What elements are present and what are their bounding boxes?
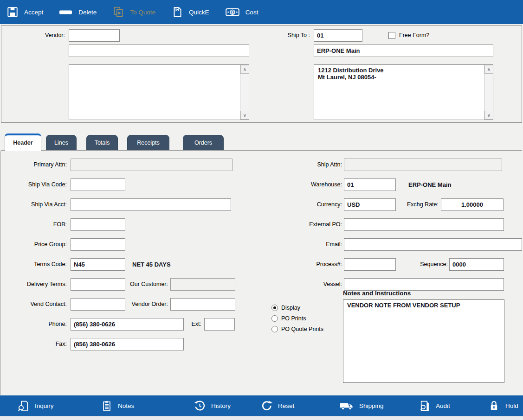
vendor-code-input[interactable] [69,29,120,42]
currency-input[interactable] [344,198,396,211]
cost-button[interactable]: $ Cost [225,6,258,18]
vendor-address-textarea[interactable] [69,65,239,120]
tab-totals[interactable]: Totals [86,135,118,150]
tab-lines[interactable]: Lines [46,135,77,150]
vendor-name-input[interactable] [69,45,249,57]
svg-text:$: $ [231,10,234,15]
phone-input[interactable] [71,318,184,331]
tab-receipts[interactable]: Receipts [127,135,169,150]
hold-label: Hold [505,402,518,409]
dollar-bill-icon: $ [225,6,240,18]
notes-textarea[interactable]: VENDOR NOTE FROM VENDOR SETUP [343,300,504,382]
ext-label: Ext: [185,318,201,331]
vendor-order-label: Vendor Order: [111,298,168,311]
radio-po-prints[interactable]: PO Prints [271,314,306,323]
exchg-rate-label: Exchg Rate: [392,198,439,211]
to-quote-label: To Quote [130,9,155,16]
email-label: Email: [260,238,342,251]
notes-button[interactable]: Notes [101,395,134,416]
ship-via-code-label: Ship Via Code: [0,178,67,191]
tab-header[interactable]: Header [5,134,41,151]
ship-to-address-scrollbar[interactable]: ∧ ∨ [484,65,493,120]
padlock-icon [488,400,500,412]
sequence-input[interactable] [449,258,504,271]
reset-label: Reset [278,402,294,409]
warehouse-label: Warehouse: [260,178,342,191]
vendor-order-input[interactable] [170,298,235,311]
vend-contact-label: Vend Contact: [0,298,67,311]
scroll-down-icon[interactable]: ∨ [484,111,493,120]
scroll-down-icon[interactable]: ∨ [240,111,249,120]
vendor-address-box: ∧ ∨ [69,64,249,120]
inquiry-button[interactable]: Inquiry [18,395,54,416]
fob-input[interactable] [71,218,125,231]
radio-po-quote-prints[interactable]: PO Quote Prints [271,325,323,333]
fob-label: FOB: [0,218,67,231]
copy-to-quote-icon [112,6,124,18]
radio-display[interactable]: Display [271,304,300,312]
ship-to-name-input[interactable] [314,45,493,57]
ship-to-address-box: 1212 Distribution Drive Mt Laurel, NJ 08… [314,64,493,120]
delete-label: Delete [78,9,97,16]
ship-via-acct-input[interactable] [71,198,231,211]
ship-to-code-input[interactable] [314,29,362,42]
vendor-label: Vendor: [14,29,65,42]
quicke-page-icon [171,6,183,18]
scroll-up-icon[interactable]: ∧ [484,65,493,74]
radio-selected-icon[interactable] [271,305,278,311]
free-form-label: Free Form? [399,29,455,42]
audit-label: Audit [436,402,450,409]
radio-po-quote-prints-label: PO Quote Prints [281,326,323,332]
process-input[interactable] [344,258,396,271]
radio-unselected-icon[interactable] [271,315,278,322]
reset-arrow-icon [261,400,272,412]
process-label: Process#: [260,258,342,271]
radio-display-label: Display [281,305,300,311]
audit-button[interactable]: Audit [419,395,450,416]
terms-description: NET 45 DAYS [132,258,171,271]
audit-book-magnifier-icon [419,400,430,412]
delete-bar-icon [59,6,73,18]
vessel-label: Vessel: [260,278,342,291]
terms-code-label: Terms Code: [0,258,67,271]
bottom-toolbar: Inquiry Notes History Reset Shipping [0,395,523,416]
tab-orders[interactable]: Orders [183,135,224,150]
price-group-input[interactable] [71,238,125,251]
quicke-label: QuickE [189,9,209,16]
scroll-up-icon[interactable]: ∧ [240,65,249,74]
vessel-input[interactable] [344,278,504,291]
history-button[interactable]: History [194,395,231,416]
phone-label: Phone: [0,318,67,331]
terms-code-input[interactable] [71,258,125,271]
vendor-address-scrollbar[interactable]: ∧ ∨ [240,65,249,120]
radio-unselected-icon[interactable] [271,326,278,332]
ext-input[interactable] [204,318,235,331]
currency-label: Currency: [260,198,342,211]
free-form-checkbox[interactable] [388,32,395,39]
history-label: History [211,402,231,409]
fax-label: Fax: [0,338,67,350]
ship-to-address-textarea[interactable]: 1212 Distribution Drive Mt Laurel, NJ 08… [314,65,484,120]
ship-attn-input [344,159,502,171]
notes-label: Notes [118,402,134,409]
our-customer-label: Our Customer: [111,278,168,291]
shipping-button[interactable]: Shipping [340,395,384,416]
external-po-input[interactable] [344,218,504,231]
email-input[interactable] [344,238,522,251]
external-po-label: External PO: [260,218,342,231]
hold-button[interactable]: Hold [488,395,518,416]
primary-attn-label: Primary Attn: [0,159,67,171]
primary-attn-input [71,159,232,171]
ship-via-code-input[interactable] [71,178,125,191]
quicke-button[interactable]: QuickE [171,6,209,18]
ship-attn-label: Ship Attn: [260,159,342,171]
delete-button[interactable]: Delete [59,6,97,18]
fax-input[interactable] [71,338,184,350]
ship-via-acct-label: Ship Via Acct: [0,198,67,211]
reset-button[interactable]: Reset [261,395,294,416]
accept-button[interactable]: Accept [6,6,43,18]
delivery-terms-label: Delivery Terms: [0,278,67,291]
to-quote-button: To Quote [112,6,155,18]
exchg-rate-input[interactable] [441,198,504,211]
warehouse-input[interactable] [344,178,396,191]
